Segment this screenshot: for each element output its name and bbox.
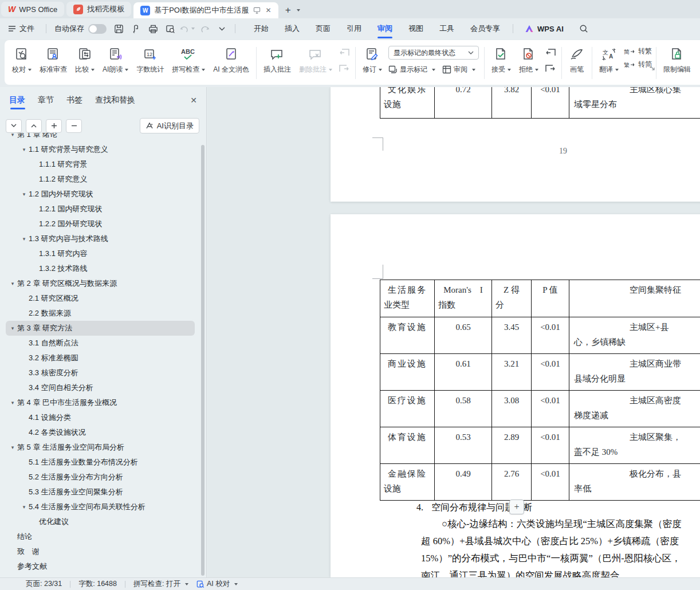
next-comment-button[interactable] [337, 63, 351, 74]
toc-item[interactable]: 结论 [6, 529, 195, 544]
ai-polish-button[interactable]: AI 全文润色 [209, 44, 253, 76]
toc-expand-icon[interactable]: ▾ [8, 133, 17, 137]
toc-item[interactable]: 3.1 自然断点法 [6, 336, 195, 351]
toc-expand-icon[interactable]: ▾ [19, 504, 29, 510]
search-button[interactable] [576, 22, 591, 36]
restrict-editing-button[interactable]: 限制编辑 [659, 44, 695, 76]
toc-expand-icon[interactable]: ▾ [8, 400, 17, 406]
toc-item[interactable]: ▾1.3 研究内容与技术路线 [6, 231, 195, 246]
toc-expand-icon[interactable]: ▾ [8, 325, 17, 331]
toc-item[interactable]: 3.3 核密度分析 [6, 365, 195, 380]
compare-button[interactable]: 比较 [71, 44, 99, 76]
new-tab-button[interactable]: + [285, 5, 291, 16]
toc-item[interactable]: ▾第 4 章 巴中市生活服务业概况 [6, 395, 195, 410]
sidebar-tab-contents[interactable]: 目录 [9, 95, 25, 105]
menu-tab-insert[interactable]: 插入 [277, 19, 308, 38]
close-sidebar-icon[interactable]: ✕ [190, 96, 197, 105]
ai-read-aloud-button[interactable]: AI朗读 [99, 44, 132, 76]
toc-item[interactable]: ▾第 5 章 生活服务业空间布局分析 [6, 440, 195, 455]
menu-tab-member[interactable]: 会员专享 [462, 19, 508, 38]
toc-item[interactable]: 致 谢 [6, 544, 195, 559]
format-painter-button[interactable] [128, 22, 143, 36]
spell-check-button[interactable]: ABC 拼写检查 [168, 44, 209, 76]
delete-comment-button[interactable]: 删除批注 [295, 44, 336, 76]
autosave-control[interactable]: 自动保存 [51, 23, 110, 34]
collapse-all-button[interactable] [26, 119, 42, 133]
print-button[interactable] [145, 22, 160, 36]
redo-button[interactable] [197, 22, 212, 36]
translate-button[interactable]: 文A 翻译 [595, 44, 623, 76]
wps-ai-button[interactable]: WPS AI [518, 25, 571, 33]
markup-state-dropdown[interactable]: 显示标记的最终状态 [388, 46, 479, 60]
toc-item[interactable]: 1.3.2 技术路线 [6, 261, 195, 276]
ai-detect-outline-button[interactable]: AI识别目录 [140, 118, 199, 133]
save-button[interactable] [111, 22, 126, 36]
autosave-toggle[interactable] [88, 24, 107, 34]
insert-comment-button[interactable]: 插入批注 [259, 44, 295, 76]
toc-item[interactable]: 5.1 生活服务业数量分布情况分析 [6, 455, 195, 470]
file-menu-button[interactable]: 文件 [0, 23, 41, 34]
menu-tab-tools[interactable]: 工具 [431, 19, 462, 38]
toc-item[interactable]: ▾第 3 章 研究方法 [6, 321, 195, 336]
group-expand-icon[interactable] [650, 63, 655, 73]
toc-item[interactable]: 5.2 生活服务业分布方向分析 [6, 470, 195, 485]
customize-quickbar-chevron[interactable] [214, 22, 229, 36]
undo-button[interactable] [180, 22, 195, 36]
toc-item[interactable]: 2.1 研究区概况 [6, 291, 195, 306]
tab-current-document[interactable]: W 基于POI数据的巴中市生活服 ✕ [133, 2, 278, 18]
menu-tab-review[interactable]: 审阅 [369, 19, 400, 38]
proofread-button[interactable]: 校对 [8, 44, 36, 76]
toc-item[interactable]: 4.1 设施分类 [6, 410, 195, 425]
show-markup-button[interactable]: 显示标记 [388, 65, 435, 74]
insert-plus-button[interactable]: + [509, 499, 524, 514]
to-traditional-button[interactable]: 简 转繁 [624, 46, 652, 56]
toc-item[interactable]: ▾5.4 生活服务业空间布局关联性分析 [6, 499, 195, 514]
toc-item[interactable]: 优化建议 [6, 514, 195, 529]
zoom-in-outline-button[interactable] [46, 119, 62, 133]
document-page-19[interactable]: 文化娱乐设施 0.72 3.82 <0.01 主城区核心集域零星分布 19 [331, 87, 700, 202]
toc-expand-icon[interactable]: ▾ [19, 236, 29, 242]
toc-item[interactable]: 1.3.1 研究内容 [6, 246, 195, 261]
zoom-out-outline-button[interactable] [66, 119, 82, 133]
print-preview-button[interactable] [163, 22, 178, 36]
next-change-button[interactable] [544, 63, 557, 74]
track-changes-button[interactable]: 修订 [359, 44, 386, 76]
review-pane-button[interactable]: 审阅 [442, 65, 475, 74]
to-simplified-button[interactable]: 繁 转简 [624, 60, 652, 69]
menu-tab-view[interactable]: 视图 [400, 19, 431, 38]
tab-list-chevron-icon[interactable] [297, 9, 300, 11]
menu-tab-page[interactable]: 页面 [308, 19, 339, 38]
toc-item[interactable]: 1.2.2 国外研究现状 [6, 217, 195, 231]
previous-comment-button[interactable] [337, 47, 351, 58]
toc-item[interactable]: 1.1.2 研究意义 [6, 172, 195, 187]
reject-button[interactable]: 拒绝 [515, 44, 542, 76]
word-count-button[interactable]: 12 字数统计 [132, 44, 168, 76]
toc-item[interactable]: 1.2.1 国内研究现状 [6, 202, 195, 217]
toc-expand-icon[interactable]: ▾ [8, 445, 17, 450]
accept-button[interactable]: 接受 [487, 44, 515, 76]
toc-item[interactable]: 4.2 各类设施状况 [6, 425, 195, 440]
sidebar-scrollbar[interactable] [201, 145, 205, 576]
sidebar-tab-find-replace[interactable]: 查找和替换 [95, 95, 135, 105]
toc-item[interactable]: 3.2 标准差椭圆 [6, 351, 195, 365]
ink-pen-button[interactable]: 画笔 [565, 44, 589, 76]
menu-tab-home[interactable]: 开始 [246, 19, 277, 38]
toc-item[interactable]: 参考文献 [6, 559, 195, 574]
sidebar-tab-bookmarks[interactable]: 书签 [66, 95, 82, 105]
toc-item[interactable]: ▾1.2 国内外研究现状 [6, 187, 195, 202]
toc-expand-icon[interactable]: ▾ [19, 147, 29, 152]
toc-item[interactable]: ▾第 1 章 绪论 [6, 133, 195, 142]
tab-wps-office[interactable]: W WPS Office [1, 2, 64, 17]
toc-item[interactable]: 3.4 空间自相关分析 [6, 380, 195, 395]
toc-item[interactable]: 5.3 生活服务业空间聚集分析 [6, 485, 195, 499]
previous-change-button[interactable] [544, 47, 557, 58]
word-count-indicator[interactable]: 字数: 16488 [78, 579, 117, 589]
standard-review-button[interactable]: 标准审查 [36, 44, 71, 76]
menu-tab-reference[interactable]: 引用 [339, 19, 369, 38]
toc-expand-icon[interactable]: ▾ [19, 191, 29, 197]
ai-proofread-indicator[interactable]: AI 校对 [196, 579, 238, 589]
toc-item[interactable]: ▾第 2 章 研究区概况与数据来源 [6, 276, 195, 291]
toc-item[interactable]: 1.1.1 研究背景 [6, 157, 195, 172]
page-indicator[interactable]: 页面: 23/31 [26, 579, 62, 589]
close-tab-icon[interactable]: ✕ [266, 6, 272, 14]
